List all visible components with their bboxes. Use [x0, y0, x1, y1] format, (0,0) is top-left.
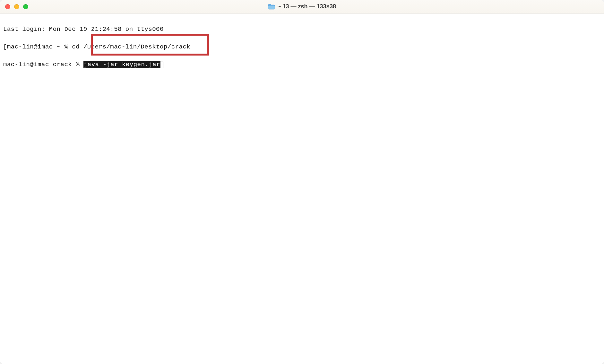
command-text: cd /Users/mac-lin/Desktop/crack [72, 43, 190, 50]
minimize-button[interactable] [14, 4, 19, 9]
command-selected: java -jar keygen.jar [83, 61, 160, 68]
maximize-button[interactable] [23, 4, 28, 9]
terminal-line: Last login: Mon Dec 19 21:24:58 on ttys0… [3, 25, 601, 34]
window-title-area: ~ 13 — zsh — 133×38 [268, 3, 336, 10]
traffic-lights [5, 4, 28, 9]
titlebar[interactable]: ~ 13 — zsh — 133×38 [0, 0, 604, 13]
terminal-line: mac-lin@imac crack % java -jar keygen.ja… [3, 60, 601, 69]
close-button[interactable] [5, 4, 10, 9]
folder-icon [268, 4, 275, 10]
terminal-window: ~ 13 — zsh — 133×38 Last login: Mon Dec … [0, 0, 604, 364]
prompt: mac-lin@imac crack % [3, 61, 83, 68]
terminal-line: [mac-lin@imac ~ % cd /Users/mac-lin/Desk… [3, 43, 601, 52]
prompt: [mac-lin@imac ~ % [3, 43, 72, 50]
cursor [160, 62, 163, 68]
window-title: ~ 13 — zsh — 133×38 [278, 3, 336, 10]
terminal-content[interactable]: Last login: Mon Dec 19 21:24:58 on ttys0… [0, 13, 604, 364]
